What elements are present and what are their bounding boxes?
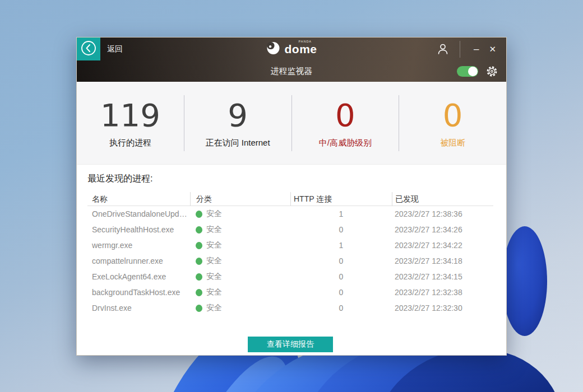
process-name: compattelrunner.exe	[87, 256, 190, 265]
stat-label: 被阻断	[440, 138, 465, 148]
safe-status-icon	[196, 258, 202, 265]
stat-value: 9	[228, 98, 248, 133]
process-category: 安全	[190, 303, 290, 313]
process-name: wermgr.exe	[87, 241, 190, 250]
page-title: 进程监视器	[271, 66, 313, 77]
safe-status-icon	[196, 226, 202, 234]
stat-threat-level: 0 中/高威胁级别	[292, 98, 399, 148]
found-timestamp: 2023/2/27 12:34:18	[392, 256, 494, 265]
column-header-found: 已发现	[392, 192, 494, 206]
minimize-button[interactable]: –	[469, 44, 484, 55]
safe-status-icon	[196, 273, 202, 281]
chevron-left-icon	[81, 40, 96, 58]
table-row: OneDriveStandaloneUpd… 安全 1 2023/2/27 12…	[87, 206, 493, 222]
stats-band: 119 执行的进程 9 正在访问 Internet 0 中/高威胁级别 0 被阻…	[77, 82, 506, 165]
http-connections: 0	[290, 304, 392, 312]
recent-processes-heading: 最近发现的进程:	[87, 173, 493, 185]
safe-status-icon	[196, 211, 202, 218]
http-connections: 0	[290, 272, 392, 281]
view-detailed-report-button[interactable]: 查看详细报告	[248, 337, 333, 352]
stat-value: 0	[335, 98, 355, 133]
app-logo: PANDA dome	[266, 41, 317, 58]
process-name: OneDriveStandaloneUpd…	[87, 209, 190, 218]
http-connections: 1	[290, 241, 392, 250]
stat-value: 119	[100, 98, 160, 133]
column-header-category: 分类	[190, 192, 290, 206]
back-label[interactable]: 返回	[107, 44, 123, 54]
back-button[interactable]	[77, 38, 100, 60]
titlebar-controls: – ✕	[436, 38, 506, 60]
found-timestamp: 2023/2/27 12:38:36	[392, 209, 494, 218]
safe-status-icon	[196, 289, 202, 296]
table-row: compattelrunner.exe 安全 0 2023/2/27 12:34…	[87, 253, 493, 269]
http-connections: 0	[290, 256, 392, 265]
desktop-wallpaper: 返回 PANDA dome	[0, 0, 583, 392]
table-row: SecurityHealthHost.exe 安全 0 2023/2/27 12…	[87, 222, 493, 237]
subheader-controls	[457, 60, 498, 82]
wallpaper-petal	[502, 226, 547, 336]
safe-status-icon	[196, 242, 202, 249]
stat-blocked: 0 被阻断	[399, 98, 506, 148]
table-row: wermgr.exe 安全 1 2023/2/27 12:34:22	[87, 237, 493, 253]
stat-label: 中/高威胁级别	[319, 138, 372, 148]
column-header-name: 名称	[87, 194, 190, 204]
table-row: DrvInst.exe 安全 0 2023/2/27 12:32:30	[87, 300, 493, 316]
stat-running-processes: 119 执行的进程	[77, 98, 184, 148]
close-button[interactable]: ✕	[484, 44, 501, 54]
main-content: 最近发现的进程: 名称 分类 HTTP 连接 已发现 OneDriveStand…	[77, 165, 506, 355]
window-header: 返回 PANDA dome	[77, 38, 506, 82]
stat-label: 执行的进程	[109, 138, 151, 148]
titlebar-separator	[460, 41, 460, 58]
stat-label: 正在访问 Internet	[206, 138, 270, 148]
safe-status-icon	[196, 305, 202, 312]
monitor-toggle[interactable]	[457, 66, 478, 77]
toggle-knob	[468, 67, 478, 76]
process-name: DrvInst.exe	[87, 304, 190, 312]
process-category: 安全	[190, 272, 290, 282]
process-category: 安全	[190, 225, 290, 235]
table-header-row: 名称 分类 HTTP 连接 已发现	[87, 192, 493, 206]
process-name: backgroundTaskHost.exe	[87, 288, 190, 297]
table-row: backgroundTaskHost.exe 安全 0 2023/2/27 12…	[87, 284, 493, 300]
found-timestamp: 2023/2/27 12:34:15	[392, 272, 494, 281]
process-category: 安全	[190, 287, 290, 297]
found-timestamp: 2023/2/27 12:32:38	[392, 288, 494, 297]
subheader: 进程监视器	[77, 60, 506, 82]
logo-small-text: PANDA	[298, 40, 312, 43]
process-category: 安全	[190, 256, 290, 266]
http-connections: 0	[290, 288, 392, 297]
http-connections: 1	[290, 209, 392, 218]
process-category: 安全	[190, 209, 290, 219]
found-timestamp: 2023/2/27 12:32:30	[392, 304, 494, 312]
process-category: 安全	[190, 240, 290, 250]
stat-value: 0	[443, 98, 463, 133]
table-row: ExeLockAgent64.exe 安全 0 2023/2/27 12:34:…	[87, 269, 493, 284]
panda-dome-window: 返回 PANDA dome	[76, 37, 507, 356]
titlebar: 返回 PANDA dome	[77, 38, 506, 60]
http-connections: 0	[290, 225, 392, 234]
panda-dome-logo-icon	[266, 41, 280, 58]
user-account-icon[interactable]	[436, 42, 450, 57]
found-timestamp: 2023/2/27 12:34:26	[392, 225, 494, 234]
gear-icon[interactable]	[485, 65, 498, 78]
process-table: 名称 分类 HTTP 连接 已发现 OneDriveStandaloneUpd……	[87, 192, 493, 316]
column-header-http: HTTP 连接	[290, 192, 392, 206]
logo-wordmark: PANDA dome	[284, 43, 317, 56]
found-timestamp: 2023/2/27 12:34:22	[392, 241, 494, 250]
process-name: ExeLockAgent64.exe	[87, 272, 190, 281]
process-name: SecurityHealthHost.exe	[87, 225, 190, 234]
stat-accessing-internet: 9 正在访问 Internet	[184, 98, 292, 148]
